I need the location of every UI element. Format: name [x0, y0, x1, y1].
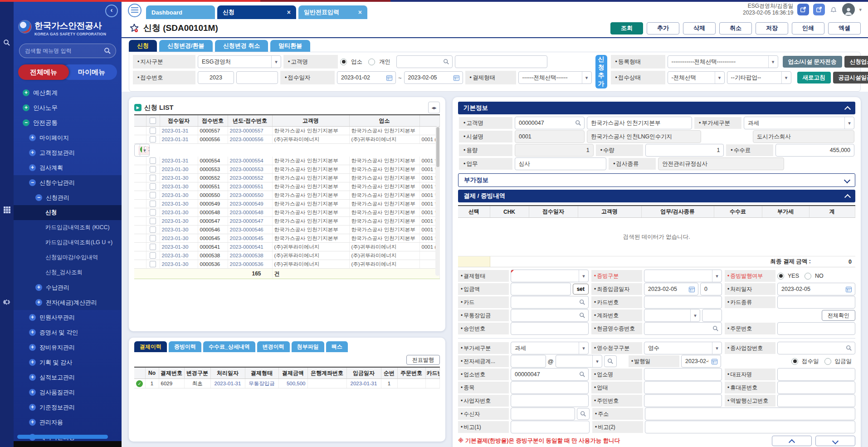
table-row[interactable]: 2023-01-3000005482023-0000548한국가스공사 인천기지… [134, 208, 440, 217]
last-deposit-extra-input[interactable] [700, 283, 722, 295]
sidebar-item[interactable]: +고객정보관리 [14, 145, 122, 160]
order-no-input[interactable] [777, 322, 855, 335]
row-checkbox[interactable] [144, 146, 146, 152]
search-icon[interactable] [579, 312, 585, 319]
vat-type-select[interactable]: 과세 [511, 342, 589, 354]
row-checkbox[interactable] [150, 175, 156, 181]
search-icon[interactable] [104, 47, 111, 54]
open-window-button[interactable] [813, 4, 825, 15]
radio-deposit-date[interactable] [824, 358, 831, 365]
history-tab-2[interactable]: 증빙이력 [169, 341, 201, 352]
sidebar-item[interactable]: +마이페이지 [14, 130, 122, 145]
bell-icon[interactable] [829, 5, 838, 14]
splitter-toggle-button[interactable]: ◂▸ [428, 102, 440, 113]
add-application-button[interactable]: 신청추가 [595, 55, 607, 88]
table-row[interactable]: 2023-01-3100005572023-0000557한국가스공사 인천기지… [134, 127, 440, 135]
calendar-icon[interactable] [711, 358, 718, 365]
search-icon[interactable] [3, 39, 10, 46]
customer-code-input[interactable] [515, 117, 585, 129]
close-icon[interactable]: × [358, 9, 362, 16]
radio-receipt-date[interactable] [791, 358, 798, 365]
receipt-state-select[interactable]: -전체선택 [668, 71, 725, 84]
date-to-input[interactable] [404, 71, 463, 84]
evidence-select[interactable] [644, 270, 722, 282]
row-checkbox[interactable] [150, 192, 156, 198]
chevron-down-icon[interactable]: ▾ [859, 7, 862, 13]
row-checkbox[interactable] [150, 261, 156, 267]
receipt-seq-input[interactable] [236, 71, 278, 84]
sub-biz-no-input[interactable] [777, 342, 855, 354]
list-scrollbar[interactable] [435, 126, 440, 276]
table-row[interactable]: ✓2023-01-3100005552023-0000555한국가스공사 인천기… [134, 144, 150, 157]
expand-plus-icon[interactable]: + [23, 89, 29, 96]
address-input[interactable] [645, 408, 855, 420]
last-deposit-date-input[interactable] [644, 283, 698, 295]
hamburger-menu-icon[interactable] [128, 4, 141, 17]
fee-input[interactable] [775, 144, 854, 157]
search-icon[interactable] [575, 120, 581, 126]
table-row[interactable]: 2023-01-3000005522023-0000552한국가스공사 인천기지… [134, 174, 440, 182]
expand-plus-icon[interactable]: + [29, 374, 36, 381]
history-tab-3[interactable]: 수수료_상세내역 [203, 341, 255, 352]
bank-select[interactable] [644, 309, 700, 322]
sidebar-item[interactable]: −신청관리 [14, 190, 122, 205]
issue-date-input[interactable] [681, 355, 721, 368]
radio-business[interactable] [340, 59, 347, 65]
vat-select[interactable]: 과세 [744, 117, 854, 129]
search-icon[interactable] [443, 59, 449, 65]
sidebar-item[interactable]: +검사계획 [14, 160, 122, 175]
sub-tab-4[interactable]: 멀티환불 [270, 40, 310, 52]
grid-menu-icon[interactable] [3, 206, 11, 214]
search-icon[interactable] [579, 371, 585, 378]
sidebar-scrollbar[interactable] [17, 435, 108, 439]
sidebar-item[interactable]: −신청수납관리 [14, 175, 122, 190]
toolbar-button-5[interactable]: 저장 [756, 22, 788, 34]
table-row[interactable]: 2023-01-3100005542023-0000554한국가스공사 인천기지… [134, 157, 440, 165]
receiver-search-button[interactable] [577, 408, 590, 420]
sidebar-item[interactable]: +기획 및 감사 [14, 355, 122, 370]
expand-plus-icon[interactable]: + [29, 389, 36, 396]
table-row[interactable]: 2023-01-3100005562023-0000556(주)귀뚜라미에너지(… [134, 135, 440, 144]
table-row[interactable]: 2023-01-3000005412023-0000541(주)귀뚜라미에너지(… [134, 243, 440, 251]
sidebar-item[interactable]: +예산회계 [14, 85, 122, 100]
collapse-minus-icon[interactable]: − [29, 179, 36, 186]
sub-tab-2[interactable]: 신청변경/환불 [159, 40, 213, 52]
section-extra-info[interactable]: 부가정보 [458, 173, 855, 187]
card-input[interactable] [511, 296, 589, 309]
expand-plus-icon[interactable]: + [29, 164, 36, 171]
row-checkbox[interactable] [150, 244, 156, 250]
approval-no-input[interactable] [511, 322, 589, 335]
section-basic-info[interactable]: 기본정보 [458, 102, 855, 114]
item-input[interactable] [511, 381, 589, 394]
change-business-button[interactable]: 신청업소변경 [844, 56, 868, 68]
row-checkbox[interactable] [150, 136, 156, 142]
expand-plus-icon[interactable]: + [29, 359, 36, 366]
row-checkbox[interactable] [150, 201, 156, 207]
history-tab-5[interactable]: 첨부파일 [292, 341, 324, 352]
cash-receipt-input[interactable] [644, 322, 722, 335]
tab-일반전표입력[interactable]: 일반전표입력× [298, 5, 367, 19]
pay-type-select[interactable]: ------전체선택------ [518, 71, 592, 84]
receipt-year-input[interactable] [198, 71, 234, 84]
toolbar-button-3[interactable]: 삭제 [683, 22, 716, 34]
sidebar-item[interactable]: 카드입금내역조회 (KICC) [14, 220, 122, 235]
sidebar-item[interactable]: +전자(세금)계산관리 [14, 295, 122, 310]
sidebar-item[interactable]: +검사품질관리 [14, 385, 122, 400]
sidebar-item[interactable]: 신청 [14, 205, 122, 220]
sidebar-item[interactable]: +장비유지관리 [14, 340, 122, 355]
confirm-all-button[interactable]: 전체확인 [822, 310, 855, 321]
table-row[interactable]: 2023-01-3000005472023-0000547한국가스공사 인천기지… [134, 217, 440, 226]
toolbar-button-1[interactable]: 조회 [610, 22, 643, 34]
table-row[interactable]: 2023-01-3000005512023-0000551한국가스공사 인천기지… [134, 182, 440, 191]
reverse-issue-input[interactable] [777, 394, 855, 407]
sidebar-item[interactable]: +수납관리 [14, 280, 122, 295]
table-row[interactable]: 2023-01-3000005382023-0000538(주)귀뚜라미에너지(… [134, 251, 440, 260]
move-up-button[interactable] [772, 436, 812, 446]
close-icon[interactable]: × [287, 9, 291, 16]
etax-email-id-input[interactable] [511, 355, 546, 368]
process-date-input[interactable] [777, 283, 855, 295]
card-type-input[interactable] [777, 296, 855, 309]
table-row[interactable]: 2023-01-3000005502023-0000550한국가스공사 인천기지… [134, 191, 440, 200]
sub-tab-3[interactable]: 신청변경 취소 [215, 40, 268, 52]
section-payment[interactable]: 결제 / 증빙내역 [458, 190, 855, 202]
